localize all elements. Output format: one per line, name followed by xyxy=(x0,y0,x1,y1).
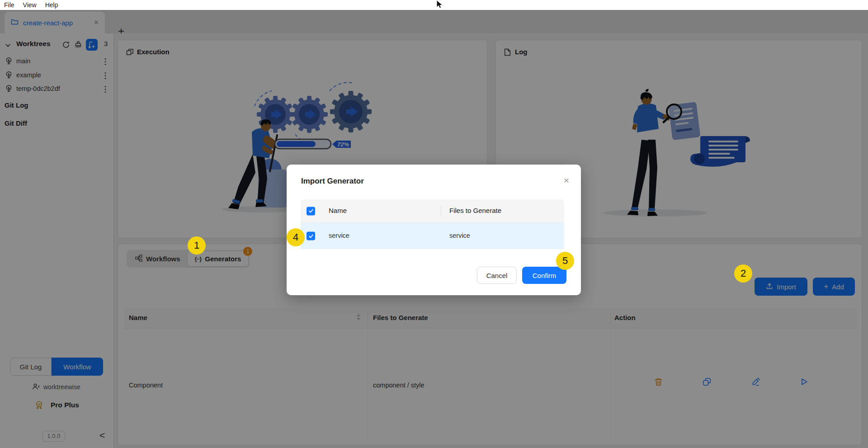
row-checkbox[interactable] xyxy=(307,232,315,241)
select-all-checkbox[interactable] xyxy=(307,207,315,215)
confirm-button[interactable]: Confirm xyxy=(522,267,566,284)
modal-close-icon[interactable]: × xyxy=(564,175,569,186)
mouse-cursor xyxy=(435,0,444,9)
cancel-button[interactable]: Cancel xyxy=(477,267,517,284)
modal-row-name: service xyxy=(329,232,349,239)
menu-help[interactable]: Help xyxy=(45,1,58,9)
modal-table-row[interactable]: service service xyxy=(301,223,564,249)
app-window: File View Help create-react-app × + Work… xyxy=(0,0,868,448)
column-divider xyxy=(441,206,441,217)
modal-title: Import Generator xyxy=(301,177,364,186)
import-generator-modal: Import Generator × Name Files to Generat… xyxy=(287,165,581,295)
step-badge-2: 2 xyxy=(734,264,752,283)
step-badge-5: 5 xyxy=(556,252,574,270)
menu-bar: File View Help xyxy=(0,0,868,10)
step-badge-1: 1 xyxy=(188,236,206,255)
modal-column-name: Name xyxy=(329,207,347,214)
modal-table: Name Files to Generate service service xyxy=(301,199,564,249)
menu-file[interactable]: File xyxy=(4,1,14,9)
modal-row-files: service xyxy=(449,232,470,239)
step-badge-4: 4 xyxy=(287,228,305,246)
modal-column-files: Files to Generate xyxy=(449,207,501,214)
menu-view[interactable]: View xyxy=(23,1,37,9)
modal-table-header: Name Files to Generate xyxy=(301,199,564,223)
